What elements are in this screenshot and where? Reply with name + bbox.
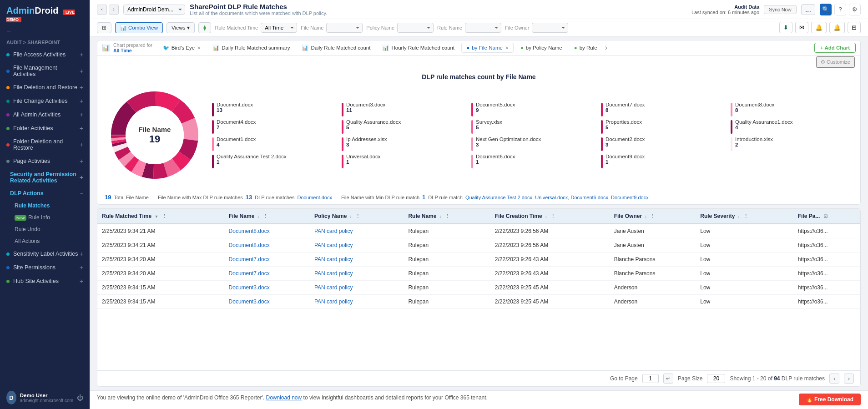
add-chart-button[interactable]: + Add Chart	[814, 43, 856, 53]
time-select[interactable]: All Time	[261, 23, 297, 33]
notification-button[interactable]: 🔔	[829, 22, 845, 33]
expand-icon[interactable]: +	[80, 174, 83, 181]
filename-select[interactable]	[326, 23, 363, 33]
customize-button[interactable]: ⚙ Customize	[816, 56, 855, 68]
sidebar-item-page[interactable]: Page Activities +	[0, 154, 90, 168]
free-download-button[interactable]: 🔥 Free Download	[799, 394, 861, 405]
email-button[interactable]: ✉	[795, 22, 808, 33]
close-icon[interactable]: ✕	[505, 45, 509, 50]
expand-icon[interactable]: +	[80, 84, 83, 91]
table-view-button[interactable]: ⊞	[97, 22, 111, 33]
more-options-button[interactable]: ...	[801, 4, 815, 15]
page-number-input[interactable]	[642, 374, 659, 383]
chart-tab-by-rule[interactable]: ● by Rule	[569, 43, 602, 53]
footer-min-links[interactable]: Quality Assurance Test 2.docx, Universal…	[465, 195, 649, 200]
sync-now-button[interactable]: Sync Now	[764, 5, 797, 14]
filter-button[interactable]: ⧫	[198, 22, 211, 33]
expand-icon[interactable]: +	[80, 51, 83, 58]
col-menu-icon[interactable]: ⋮	[550, 213, 555, 219]
col-menu-icon[interactable]: ⊡	[823, 213, 828, 219]
download-button[interactable]: ⬇	[779, 22, 792, 33]
sort-icon[interactable]: ↕	[645, 214, 647, 219]
cell-policy[interactable]: PAN card policy	[310, 224, 404, 238]
views-button[interactable]: Views ▾	[167, 22, 195, 33]
chart-tab-daily-summary[interactable]: 📊 Daily Rule Matched summary	[207, 42, 295, 53]
go-to-page-button[interactable]: ↵	[663, 374, 673, 384]
sidebar-item-sensitivity[interactable]: Sensitivity Label Activities +	[0, 247, 90, 261]
chart-tab-by-policy[interactable]: ● by Policy Name	[515, 43, 567, 53]
sort-icon[interactable]: ↕	[738, 214, 740, 219]
chart-tab-by-filename[interactable]: ● by File Name ✕	[461, 43, 514, 53]
combo-view-button[interactable]: 📊 Combo View	[115, 22, 163, 33]
col-menu-icon[interactable]: ⋮	[263, 213, 268, 219]
sidebar-item-file-management[interactable]: File Management Activities +	[0, 61, 90, 81]
sidebar-back-button[interactable]: ←	[0, 25, 90, 37]
sidebar-subitem-all-actions[interactable]: All Actions	[0, 235, 90, 247]
alert-bell-button[interactable]: 🔔	[811, 22, 827, 33]
sidebar-item-hub-site[interactable]: Hub Site Activities +	[0, 274, 90, 288]
col-menu-icon[interactable]: ⋮	[445, 213, 450, 219]
col-menu-icon[interactable]: ⋮	[650, 213, 655, 219]
footer-max-link[interactable]: Document.docx	[297, 195, 332, 200]
chart-tab-birds-eye[interactable]: 🐦 Bird's Eye ✕	[158, 42, 206, 53]
expand-icon[interactable]: +	[80, 141, 83, 148]
sidebar-subitem-rule-undo[interactable]: Rule Undo	[0, 223, 90, 235]
cell-policy[interactable]: PAN card policy	[310, 252, 404, 267]
settings-icon-button[interactable]: ⚙	[849, 4, 861, 15]
cell-filename[interactable]: Document7.docx	[224, 252, 310, 267]
search-icon-button[interactable]: 🔍	[820, 4, 832, 15]
expand-icon[interactable]: +	[80, 67, 83, 75]
sidebar-item-file-deletion[interactable]: File Deletion and Restore +	[0, 81, 90, 94]
table-scroll[interactable]: Rule Matched Time ▼ ⋮ File Name ↕ ⋮ Poli…	[97, 209, 860, 370]
expand-icon[interactable]: +	[80, 125, 83, 132]
cell-policy[interactable]: PAN card policy	[310, 295, 404, 309]
download-now-link[interactable]: Download now	[266, 394, 302, 401]
close-icon[interactable]: ✕	[197, 45, 201, 50]
sidebar-item-folder[interactable]: Folder Activities +	[0, 121, 90, 135]
breadcrumb-select[interactable]: AdminDroid Dem...	[123, 5, 185, 15]
rule-select[interactable]	[465, 23, 501, 33]
nav-forward-button[interactable]: ›	[109, 5, 119, 15]
expand-icon[interactable]: +	[80, 264, 83, 271]
nav-back-button[interactable]: ‹	[97, 5, 107, 15]
sort-icon[interactable]: ↕	[439, 214, 442, 219]
power-icon[interactable]: ⏻	[77, 394, 83, 401]
col-menu-icon[interactable]: ⋮	[743, 213, 748, 219]
sidebar-subitem-rule-info[interactable]: NewRule Info	[0, 212, 90, 223]
chart-tab-hourly-count[interactable]: 📊 Hourly Rule Matched count	[377, 42, 459, 53]
chart-tab-daily-count[interactable]: 📊 Daily Rule Matched count	[297, 42, 375, 53]
cell-filename[interactable]: Document3.docx	[224, 281, 310, 295]
cell-filename[interactable]: Document8.docx	[224, 224, 310, 238]
prev-page-button[interactable]: ‹	[829, 374, 839, 384]
sort-icon[interactable]: ↕	[350, 214, 352, 219]
sidebar-item-file-change[interactable]: File Change Activities +	[0, 94, 90, 108]
sidebar-item-security[interactable]: Security and Permission Related Activiti…	[0, 168, 90, 187]
expand-icon[interactable]: +	[80, 278, 83, 285]
collapse-icon[interactable]: −	[80, 190, 83, 197]
cell-policy[interactable]: PAN card policy	[310, 238, 404, 252]
scroll-right-icon[interactable]: ›	[605, 44, 607, 52]
policy-select[interactable]	[397, 23, 434, 33]
sidebar-item-site-permissions[interactable]: Site Permissions +	[0, 261, 90, 274]
sidebar-item-dlp[interactable]: DLP Actions −	[0, 187, 90, 200]
sort-icon[interactable]: ↕	[257, 214, 260, 219]
cell-filename[interactable]: Document8.docx	[224, 238, 310, 252]
cell-policy[interactable]: PAN card policy	[310, 281, 404, 295]
expand-icon[interactable]: +	[80, 250, 83, 258]
sidebar-subitem-rule-matches[interactable]: Rule Matches	[0, 200, 90, 212]
sidebar-item-folder-deletion[interactable]: Folder Deletion and Restore +	[0, 135, 90, 154]
help-icon-button[interactable]: ?	[834, 4, 846, 15]
owner-select[interactable]	[532, 23, 568, 33]
col-menu-icon[interactable]: ⋮	[355, 213, 360, 219]
cell-filename[interactable]: Document3.docx	[224, 295, 310, 309]
expand-icon[interactable]: +	[80, 157, 83, 165]
cell-filename[interactable]: Document7.docx	[224, 267, 310, 281]
sidebar-item-all-admin[interactable]: All Admin Activities +	[0, 108, 90, 121]
column-settings-button[interactable]: ⊟	[848, 22, 861, 33]
sort-icon[interactable]: ↕	[545, 214, 547, 219]
cell-policy[interactable]: PAN card policy	[310, 267, 404, 281]
sort-icon[interactable]: ▼	[154, 214, 158, 219]
sidebar-item-file-access[interactable]: File Access Activities +	[0, 48, 90, 61]
col-menu-icon[interactable]: ⋮	[162, 213, 167, 219]
expand-icon[interactable]: +	[80, 111, 83, 118]
